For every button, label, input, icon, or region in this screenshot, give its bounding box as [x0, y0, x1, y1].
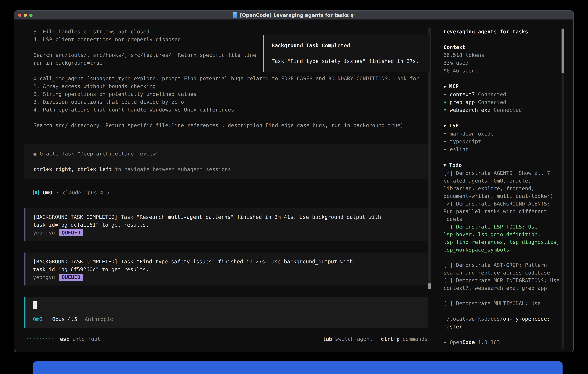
todo-checkbox: [✓] [443, 170, 456, 176]
notification-toast[interactable]: Background Task Completed Task "Find typ… [263, 35, 430, 72]
task-message-meta: yeongyu QUEUED [33, 229, 422, 237]
text-line [33, 158, 428, 166]
oracle-task-panel: ◉ Oracle Task "Deep architecture review"… [24, 144, 428, 179]
chat-main: 3. File handles or streams not closed4. … [14, 20, 437, 352]
sidebar-scrollbar[interactable] [562, 28, 564, 349]
task-message-meta: yeongyu QUEUED [33, 273, 422, 281]
input-agent-label: OmO [33, 316, 42, 322]
queued-badge: QUEUED [59, 274, 83, 281]
text-line: • context7 Connected [443, 91, 561, 98]
text-line: ⚙ call_omo_agent [subagent_type=explore,… [33, 75, 428, 83]
text-line: ◉ Oracle Task "Deep architecture review" [33, 150, 428, 158]
collapse-triangle-icon: ▼ [443, 123, 446, 128]
text-line: 33% used [443, 59, 561, 67]
agent-separator: · [56, 190, 59, 196]
context-stats: 66,518 tokens33% used$0.46 spent [443, 51, 561, 75]
mcp-section: ▼ MCP • context7 Connected• grep_app Con… [443, 83, 561, 114]
mcp-header[interactable]: ▼ MCP [443, 83, 561, 91]
text-cursor [33, 301, 37, 309]
mcp-list: • context7 Connected• grep_app Connected… [443, 91, 561, 114]
prompt-input[interactable]: OmO Opus 4.5 Anthropic [24, 297, 428, 328]
task-message-line: task_id="bg_dcfac161" to get results. [33, 221, 422, 229]
tool-call-block: ⚙ call_omo_agent [subagent_type=explore,… [33, 75, 428, 129]
esc-key-hint: esc [60, 336, 69, 342]
text-line [33, 114, 428, 122]
toast-body: Task "Find type safety issues" finished … [272, 57, 430, 65]
text-line: 3. File handles or streams not closed [33, 28, 428, 36]
document-icon [233, 12, 237, 18]
todo-checkbox: [ ] [443, 300, 456, 306]
window-titlebar[interactable]: [OpenCode] Leveraging agents for tasks ◐ [14, 11, 573, 20]
task-user: yeongyu [33, 229, 55, 237]
background-task-message-1: [BACKGROUND TASK COMPLETED] Task "Resear… [24, 208, 428, 241]
ctrlp-key-label: commands [402, 336, 428, 342]
background-task-message-2: [BACKGROUND TASK COMPLETED] Task "Find t… [24, 252, 428, 285]
sidebar: Leveraging agents for tasks Context 66,5… [437, 20, 573, 352]
minimize-button[interactable] [24, 14, 27, 17]
text-line: • markdown-oxide [443, 130, 561, 138]
todo-text: Demonstrate MULTIMODAL: Use [456, 300, 541, 306]
input-model-row: OmO Opus 4.5 Anthropic [33, 315, 422, 323]
status-bar: ••••••••• esc interrupt tab switch agent… [26, 335, 428, 343]
maximize-button[interactable] [29, 14, 32, 17]
terminal-area: 3. File handles or streams not closed4. … [14, 20, 573, 352]
esc-key-label: interrupt [72, 336, 100, 342]
context-section: Context 66,518 tokens33% used$0.46 spent [443, 43, 561, 75]
input-provider-label: Anthropic [85, 316, 113, 322]
oracle-panel-lines: ◉ Oracle Task "Deep architecture review"… [33, 150, 428, 173]
version-line: • OpenCode 1.0.163 [443, 338, 561, 346]
text-line: • OpenCode 1.0.163 [443, 338, 561, 346]
todo-text: Demonstrate AGENTS: Show all 7 curated a… [443, 170, 553, 199]
tab-key-label: switch agent [335, 336, 373, 342]
text-line: • eslint [443, 145, 561, 153]
toast-spacer [272, 50, 430, 57]
text-line: 1. Array access without bounds checking [33, 83, 428, 90]
opencode-window: [OpenCode] Leveraging agents for tasks ◐… [14, 10, 574, 352]
todo-item: [✓] Demonstrate BACKGROUND AGENTS: Run p… [443, 200, 561, 223]
close-button[interactable] [18, 14, 21, 17]
agent-row: OmO · claude-opus-4-5 [33, 189, 428, 197]
collapse-triangle-icon: ▼ [443, 84, 446, 89]
todo-item: [ ] Demonstrate MULTIMODAL: Use [443, 300, 561, 307]
todo-checkbox: [ ] [443, 224, 456, 230]
todo-header[interactable]: ▼ Todo [443, 161, 561, 169]
task-user: yeongyu [33, 273, 55, 281]
todo-checkbox: [ ] [443, 262, 456, 268]
text-line: • typescript [443, 138, 561, 145]
text-line: • websearch_exa Connected [443, 106, 561, 114]
window-title: [OpenCode] Leveraging agents for tasks ◐ [233, 12, 355, 18]
task-message-line: [BACKGROUND TASK COMPLETED] Task "Find t… [33, 258, 422, 266]
todo-item: [✓] Demonstrate AGENTS: Show all 7 curat… [443, 169, 561, 200]
sidebar-scrollbar-thumb[interactable] [562, 29, 564, 73]
session-title: Leveraging agents for tasks [443, 28, 561, 36]
text-line: ~/local-workspaces/oh-my-opencode: [443, 315, 561, 323]
text-line: $0.46 spent [443, 67, 561, 75]
traffic-lights [18, 14, 32, 17]
todo-item: [ ] Demonstrate LSP TOOLS: Use lsp_hover… [443, 223, 561, 254]
todo-text: Demonstrate BACKGROUND AGENTS: Run paral… [443, 201, 553, 222]
text-line: master [443, 323, 561, 331]
todo-text: Demonstrate MCP INTEGRATIONS: Use contex… [443, 277, 563, 291]
todo-section: ▼ Todo [✓] Demonstrate AGENTS: Show all … [443, 161, 561, 307]
lsp-list: • markdown-oxide• typescript• eslint [443, 130, 561, 153]
input-model-label: Opus 4.5 [52, 316, 77, 322]
collapse-triangle-icon: ▼ [443, 163, 446, 168]
omo-agent-icon [33, 190, 39, 195]
todo-item: [ ] Demonstrate MCP INTEGRATIONS: Use co… [443, 277, 561, 292]
input-cursor-row [33, 301, 422, 310]
lsp-header[interactable]: ▼ LSP [443, 122, 561, 130]
agent-model: claude-opus-4-5 [63, 190, 110, 196]
todo-checkbox: [ ] [443, 277, 456, 283]
todo-item: [ ] Demonstrate AST-GREP: Pattern search… [443, 261, 561, 277]
spinner-dots: ••••••••• [26, 337, 55, 341]
context-header: Context [443, 43, 561, 51]
text-line: 66,518 tokens [443, 51, 561, 59]
text-line: • grep_app Connected [443, 98, 561, 106]
window-title-text: [OpenCode] Leveraging agents for tasks ◐ [240, 12, 355, 18]
lsp-section: ▼ LSP • markdown-oxide• typescript• esli… [443, 122, 561, 153]
chat-scrollbar-thumb[interactable] [428, 283, 431, 289]
todo-text: Demonstrate AST-GREP: Pattern search and… [443, 262, 550, 276]
text-line: 3. Division operations that could divide… [33, 98, 428, 106]
todo-checkbox: [✓] [443, 201, 456, 207]
text-line: 2. String operations on potentially unde… [33, 90, 428, 98]
